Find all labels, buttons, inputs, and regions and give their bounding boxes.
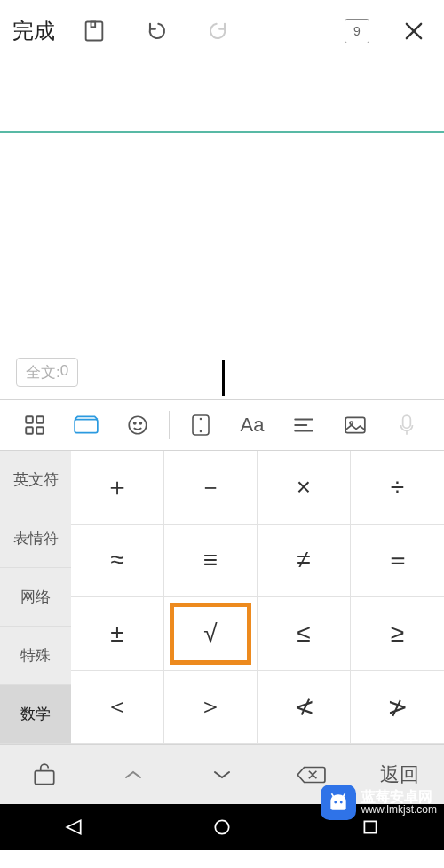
svg-rect-1 xyxy=(91,22,96,28)
divider xyxy=(169,411,170,439)
symbol-category-list: 英文符 表情符 网络 特殊 数学 xyxy=(0,451,71,744)
page-number-value: 9 xyxy=(345,19,369,43)
font-icon[interactable]: Aa xyxy=(226,403,278,447)
svg-rect-5 xyxy=(36,427,44,434)
watermark-title: 蓝莓安卓网 xyxy=(361,789,437,805)
sym-multiply[interactable]: × xyxy=(258,451,351,525)
page-number-box[interactable]: 9 xyxy=(334,8,380,54)
sym-cat-network[interactable]: 网络 xyxy=(0,568,71,627)
top-toolbar: 完成 9 xyxy=(0,0,444,62)
sym-cat-special[interactable]: 特殊 xyxy=(0,627,71,685)
sym-divide[interactable]: ÷ xyxy=(351,451,444,525)
watermark: 蓝莓安卓网 www.lmkjst.com xyxy=(321,785,437,820)
svg-rect-3 xyxy=(36,416,44,423)
lock-icon[interactable] xyxy=(0,745,89,804)
format-toolbar: Aa xyxy=(0,399,444,451)
svg-point-19 xyxy=(334,801,337,804)
close-button[interactable] xyxy=(396,19,432,43)
text-cursor xyxy=(222,360,225,396)
nav-back-icon[interactable] xyxy=(60,814,87,840)
keyboard-icon[interactable] xyxy=(60,403,112,447)
up-arrow-icon[interactable] xyxy=(89,745,178,804)
sym-sqrt[interactable]: √ xyxy=(164,597,258,671)
sym-cat-emoji[interactable]: 表情符 xyxy=(0,509,71,568)
watermark-logo-icon xyxy=(321,785,356,820)
svg-rect-2 xyxy=(26,416,33,423)
svg-point-9 xyxy=(139,422,141,424)
symbol-grid: ＋ － × ÷ ≈ ≡ ≠ ＝ ± √ ≤ ≥ ＜ ＞ ≮ ≯ xyxy=(71,451,444,744)
sym-ngt[interactable]: ≯ xyxy=(351,671,444,745)
nav-home-icon[interactable] xyxy=(209,814,235,840)
body-textarea[interactable]: 全文: 0 xyxy=(0,133,444,399)
down-arrow-icon[interactable] xyxy=(178,745,266,804)
sym-lt[interactable]: ＜ xyxy=(71,671,164,745)
align-icon[interactable] xyxy=(278,403,329,447)
watermark-url: www.lmkjst.com xyxy=(361,804,437,816)
word-count-badge: 全文: 0 xyxy=(16,358,78,387)
svg-rect-6 xyxy=(75,420,98,433)
fullscreen-icon[interactable] xyxy=(175,403,226,447)
sym-cat-math[interactable]: 数学 xyxy=(0,685,71,744)
svg-rect-4 xyxy=(26,427,33,434)
svg-point-7 xyxy=(129,416,147,434)
done-button[interactable]: 完成 xyxy=(12,17,55,45)
svg-rect-16 xyxy=(35,770,53,784)
svg-point-11 xyxy=(201,419,202,420)
sym-minus[interactable]: － xyxy=(164,451,258,525)
sym-equals[interactable]: ＝ xyxy=(351,525,444,598)
symbol-panel: 英文符 表情符 网络 特殊 数学 ＋ － × ÷ ≈ ≡ ≠ ＝ ± √ ≤ ≥… xyxy=(0,451,444,744)
sym-nlt[interactable]: ≮ xyxy=(258,671,351,745)
sym-neq[interactable]: ≠ xyxy=(258,525,351,598)
sym-plus[interactable]: ＋ xyxy=(71,451,164,525)
svg-point-20 xyxy=(339,801,342,804)
image-icon[interactable] xyxy=(329,403,381,447)
mic-icon[interactable] xyxy=(381,403,432,447)
sym-geq[interactable]: ≥ xyxy=(351,597,444,671)
undo-icon[interactable] xyxy=(133,8,179,54)
sym-leq[interactable]: ≤ xyxy=(258,597,351,671)
svg-rect-13 xyxy=(345,417,365,432)
svg-point-12 xyxy=(201,431,202,432)
sym-identical[interactable]: ≡ xyxy=(164,525,258,598)
apps-icon[interactable] xyxy=(9,403,60,447)
sym-gt[interactable]: ＞ xyxy=(164,671,258,745)
sym-cat-english[interactable]: 英文符 xyxy=(0,451,71,509)
redo-icon xyxy=(195,8,242,54)
emoji-icon[interactable] xyxy=(112,403,163,447)
title-input[interactable] xyxy=(0,62,444,133)
save-icon[interactable] xyxy=(71,8,117,54)
svg-point-17 xyxy=(215,820,228,833)
svg-rect-0 xyxy=(86,22,103,41)
sym-approx[interactable]: ≈ xyxy=(71,525,164,598)
svg-rect-18 xyxy=(364,821,376,832)
svg-rect-15 xyxy=(403,415,411,428)
sym-plusminus[interactable]: ± xyxy=(71,597,164,671)
svg-point-8 xyxy=(134,422,136,424)
